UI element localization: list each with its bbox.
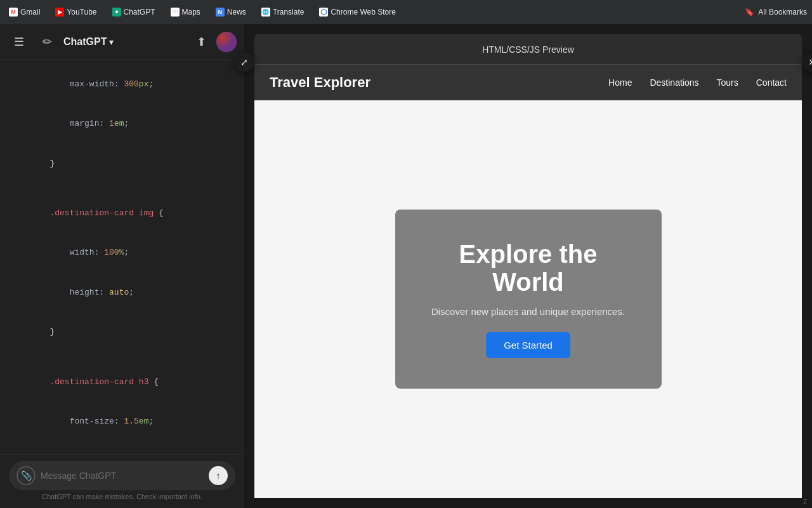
edit-button[interactable]: ✏: [36, 30, 58, 53]
header-right-icons: ⬆: [190, 30, 237, 53]
bookmark-translate-label: Translate: [273, 8, 304, 17]
nav-link-tours[interactable]: Tours: [717, 77, 738, 88]
translate-favicon: 🌐: [261, 8, 270, 17]
code-line-4: .destination-card img {: [0, 194, 244, 233]
avatar-image: [216, 32, 237, 52]
nav-link-destinations[interactable]: Destinations: [650, 77, 698, 88]
edit-icon: ✏: [43, 35, 52, 49]
chatgpt-favicon: ✦: [112, 8, 121, 17]
preview-header: HTML/CSS/JS Preview: [254, 34, 802, 65]
webstore-favicon: ⬡: [319, 8, 328, 17]
attach-icon: 📎: [21, 471, 32, 481]
expand-button[interactable]: ⤢: [234, 52, 254, 72]
travel-nav: Travel Explorer Home Destinations Tours …: [254, 65, 802, 100]
sidebar-toggle-icon: ☰: [14, 35, 24, 49]
preview-content: Travel Explorer Home Destinations Tours …: [254, 65, 802, 498]
chatgpt-title: ChatGPT: [63, 36, 107, 48]
bookmark-maps-label: Maps: [182, 8, 200, 17]
svg-point-0: [216, 32, 237, 52]
bookmark-news[interactable]: N News: [212, 5, 250, 19]
bookmark-chatgpt[interactable]: ✦ ChatGPT: [108, 5, 159, 19]
page-number: 2: [803, 498, 807, 505]
chrome-bar-right: 🔖 All Bookmarks: [745, 8, 807, 17]
expand-icon: ⤢: [240, 57, 248, 67]
send-button[interactable]: ↑: [209, 466, 228, 485]
travel-nav-links: Home Destinations Tours Contact: [608, 77, 787, 88]
news-favicon: N: [216, 8, 225, 17]
sidebar-toggle-button[interactable]: ☰: [8, 30, 30, 53]
code-line-1: max-width: 300px;: [0, 65, 244, 104]
chrome-bar: M Gmail ▶ YouTube ✦ ChatGPT 🗺 Maps N New…: [0, 0, 812, 24]
youtube-favicon: ▶: [55, 8, 64, 17]
bookmark-gmail[interactable]: M Gmail: [5, 5, 44, 19]
gmail-favicon: M: [9, 8, 18, 17]
message-input-box: 📎 ↑: [9, 461, 235, 490]
code-line-7: }: [0, 312, 244, 352]
code-line-8: .destination-card h3 {: [0, 363, 244, 402]
all-bookmarks-label: All Bookmarks: [758, 8, 807, 17]
bookmark-webstore-label: Chrome Web Store: [331, 8, 396, 17]
bookmark-news-label: News: [227, 8, 246, 17]
attach-button[interactable]: 📎: [16, 466, 36, 485]
disclaimer-text: ChatGPT can make mistakes. Check importa…: [9, 490, 235, 504]
maps-favicon: 🗺: [171, 8, 180, 17]
code-editor[interactable]: max-width: 300px; margin: 1em; } .destin…: [0, 60, 244, 454]
main-layout: ☰ ✏ ChatGPT ▾ ⬆: [0, 24, 812, 508]
code-line-5: width: 100%;: [0, 234, 244, 273]
message-input[interactable]: [41, 471, 204, 481]
code-line-2: margin: 1em;: [0, 104, 244, 144]
code-blank-2: [0, 352, 244, 363]
bookmark-chatgpt-label: ChatGPT: [124, 8, 155, 17]
export-button[interactable]: ⬆: [190, 30, 213, 53]
chatgpt-title-area: ChatGPT ▾: [63, 36, 185, 48]
code-line-9: font-size: 1.5em;: [0, 402, 244, 441]
nav-link-contact[interactable]: Contact: [756, 77, 787, 88]
code-line-6: height: auto;: [0, 273, 244, 312]
avatar[interactable]: [216, 32, 237, 52]
chatgpt-header: ☰ ✏ ChatGPT ▾ ⬆: [0, 24, 244, 60]
bookmark-maps[interactable]: 🗺 Maps: [167, 5, 204, 19]
code-line-10: margin: 0.5em 0;: [0, 442, 244, 454]
bookmarks-icon: 🔖: [745, 8, 754, 17]
bookmark-youtube[interactable]: ▶ YouTube: [51, 5, 100, 19]
travel-logo: Travel Explorer: [270, 74, 370, 91]
hero-subtitle: Discover new places and unique experienc…: [421, 306, 636, 317]
send-icon: ↑: [216, 471, 221, 481]
chevron-down-icon[interactable]: ▾: [109, 37, 114, 47]
hero-title: Explore the World: [421, 240, 636, 296]
bookmark-translate[interactable]: 🌐 Translate: [258, 5, 308, 19]
code-blank-1: [0, 184, 244, 194]
close-button[interactable]: ×: [802, 52, 812, 72]
nav-link-home[interactable]: Home: [608, 77, 632, 88]
message-input-area: 📎 ↑ ChatGPT can make mistakes. Check imp…: [0, 454, 244, 508]
get-started-button[interactable]: Get Started: [486, 332, 570, 358]
preview-title: HTML/CSS/JS Preview: [482, 44, 574, 55]
export-icon: ⬆: [197, 35, 206, 49]
bookmark-gmail-label: Gmail: [20, 8, 40, 17]
close-icon: ×: [809, 56, 812, 69]
bookmark-youtube-label: YouTube: [67, 8, 96, 17]
hero-card: Explore the World Discover new places an…: [395, 210, 662, 389]
chatgpt-panel: ☰ ✏ ChatGPT ▾ ⬆: [0, 24, 244, 508]
travel-hero: Explore the World Discover new places an…: [254, 100, 802, 498]
code-line-3: }: [0, 144, 244, 184]
bookmark-webstore[interactable]: ⬡ Chrome Web Store: [315, 5, 400, 19]
preview-panel: ⤢ × HTML/CSS/JS Preview Travel Explorer …: [244, 24, 812, 508]
